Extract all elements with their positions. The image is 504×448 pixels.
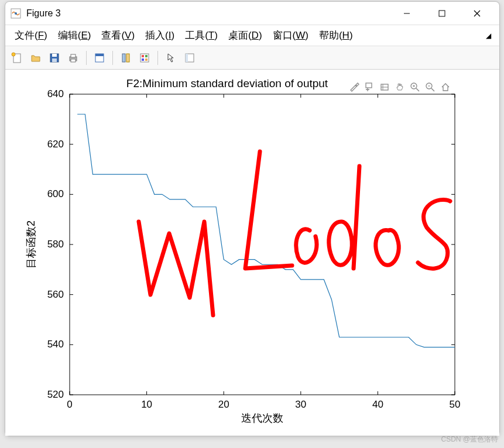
svg-text:620: 620: [47, 139, 64, 150]
svg-text:560: 560: [47, 289, 64, 300]
open-button[interactable]: [28, 50, 44, 66]
print-button[interactable]: [65, 50, 81, 66]
svg-text:迭代次数: 迭代次数: [241, 412, 283, 424]
svg-rect-24: [186, 54, 188, 62]
svg-text:580: 580: [47, 239, 64, 250]
new-figure-button[interactable]: [9, 50, 25, 66]
svg-rect-22: [145, 58, 148, 61]
svg-rect-3: [439, 11, 445, 16]
svg-text:50: 50: [450, 399, 461, 410]
svg-text:10: 10: [141, 399, 152, 410]
svg-text:F2:Minimum standard deviation : F2:Minimum standard deviation of output: [126, 77, 328, 89]
app-icon: [10, 8, 22, 19]
close-button[interactable]: [460, 2, 495, 25]
svg-rect-13: [71, 59, 76, 62]
window-controls: [389, 2, 495, 25]
svg-text:640: 640: [47, 88, 64, 99]
menu-edit[interactable]: 编辑(E): [54, 26, 95, 44]
dock-arrow-icon[interactable]: ◢: [484, 29, 493, 42]
link-button[interactable]: [118, 50, 134, 66]
svg-point-7: [12, 53, 15, 56]
arrow-button[interactable]: [163, 50, 179, 66]
svg-text:目标函数2: 目标函数2: [25, 220, 37, 268]
menu-desktop[interactable]: 桌面(D): [225, 26, 266, 44]
svg-rect-12: [71, 54, 76, 57]
toolbar-separator: [86, 51, 87, 65]
menubar: 文件(F) 编辑(E) 查看(V) 插入(I) 工具(T) 桌面(D) 窗口(W…: [5, 25, 499, 46]
menu-file[interactable]: 文件(F): [11, 26, 51, 44]
svg-rect-17: [126, 54, 129, 62]
figure-window: Figure 3 文件(F) 编辑(E) 查看(V) 插入(I) 工具(T) 桌…: [5, 1, 500, 436]
menu-view[interactable]: 查看(V): [98, 26, 138, 44]
svg-text:40: 40: [372, 399, 383, 410]
svg-rect-16: [122, 54, 125, 62]
toolbar: [5, 46, 499, 70]
minimize-button[interactable]: [389, 2, 424, 25]
titlebar: Figure 3: [5, 2, 499, 25]
svg-rect-15: [95, 54, 104, 56]
svg-text:520: 520: [47, 389, 64, 400]
toolbar-separator: [157, 51, 158, 65]
window-title: Figure 3: [26, 8, 389, 19]
svg-text:600: 600: [47, 188, 64, 199]
toolbar-separator: [112, 51, 113, 65]
svg-rect-9: [52, 54, 57, 57]
menu-insert[interactable]: 插入(I): [142, 26, 178, 44]
svg-text:30: 30: [295, 399, 306, 410]
maximize-button[interactable]: [424, 2, 460, 25]
svg-rect-19: [142, 55, 144, 57]
inspect-button[interactable]: [181, 50, 198, 66]
svg-rect-21: [142, 58, 144, 61]
svg-point-1: [15, 12, 17, 15]
colorbar-button[interactable]: [136, 50, 153, 66]
save-button[interactable]: [46, 50, 63, 66]
watermark: CSDN @蓝色洛特: [441, 435, 498, 444]
svg-text:540: 540: [47, 339, 64, 350]
svg-text:0: 0: [67, 399, 72, 410]
svg-rect-20: [145, 55, 148, 57]
plot-area: 52054056058060062064001020304050F2:Minim…: [5, 70, 499, 436]
svg-rect-36: [70, 94, 455, 395]
datacursor-button[interactable]: [91, 50, 108, 66]
menu-tools[interactable]: 工具(T): [181, 26, 221, 44]
menu-help[interactable]: 帮助(H): [316, 26, 356, 44]
svg-text:20: 20: [218, 399, 229, 410]
svg-rect-10: [52, 58, 57, 62]
chart[interactable]: 52054056058060062064001020304050F2:Minim…: [5, 70, 500, 433]
menu-window[interactable]: 窗口(W): [269, 26, 312, 44]
